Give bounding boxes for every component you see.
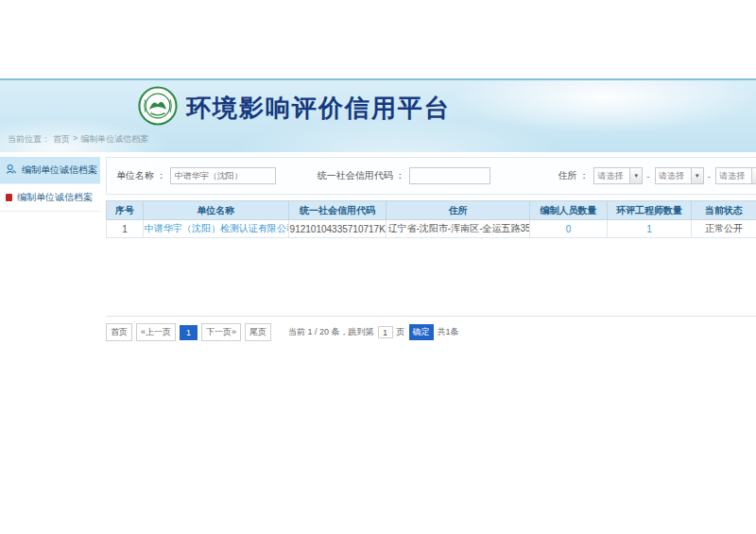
select-separator: -	[708, 171, 711, 181]
breadcrumb-home-link[interactable]: 首页	[53, 133, 70, 146]
top-whitespace	[0, 0, 756, 78]
main-area: 编制单位诚信档案 编制单位诚信档案 单位名称 ： 统一社会信用代码 ： 住所 ：…	[0, 152, 756, 341]
site-banner: 环境影响评价信用平台 当前位置：首页 > 编制单位诚信档案	[0, 78, 756, 152]
current-page-button[interactable]: 1	[180, 325, 198, 340]
page-title: 环境影响评价信用平台	[186, 92, 451, 125]
unit-name-label: 单位名称 ：	[116, 169, 166, 182]
col-header-credit-code: 统一社会信用代码	[288, 201, 387, 220]
chevron-down-icon: ▼	[691, 168, 703, 183]
table-empty-space	[106, 238, 756, 316]
compiler-count-link[interactable]: 0	[566, 224, 572, 234]
col-header-status: 当前状态	[691, 201, 756, 220]
brand-block: 环境影响评价信用平台	[138, 86, 451, 129]
select-value: 请选择	[656, 170, 691, 182]
engineer-count-link[interactable]: 1	[646, 224, 652, 234]
sidebar: 编制单位诚信档案 编制单位诚信档案	[0, 157, 100, 341]
last-page-button[interactable]: 尾页	[245, 323, 271, 341]
search-form: 单位名称 ： 统一社会信用代码 ： 住所 ： 请选择 ▼ - 请选择 ▼ - 请…	[106, 157, 756, 195]
cell-status: 正常公开	[691, 220, 756, 238]
cell-address: 辽宁省-沈阳市-浑南区-全运五路35-1号楼902	[387, 220, 529, 238]
table-header-row: 序号 单位名称 统一社会信用代码 住所 编制人员数量 环评工程师数量 当前状态 …	[107, 201, 756, 220]
content-panel: 单位名称 ： 统一社会信用代码 ： 住所 ： 请选择 ▼ - 请选择 ▼ - 请…	[106, 157, 756, 341]
col-header-unit-name: 单位名称	[143, 201, 288, 220]
unit-name-input[interactable]	[170, 167, 276, 184]
credit-code-input[interactable]	[409, 167, 490, 184]
address-district-select[interactable]: 请选择 ▼	[715, 167, 756, 184]
unit-name-link[interactable]: 中谱华宇（沈阳）检测认证有限公司	[145, 223, 288, 233]
breadcrumb: 当前位置：首页 > 编制单位诚信档案	[8, 133, 148, 146]
jump-confirm-button[interactable]: 确定	[409, 324, 434, 340]
breadcrumb-prefix: 当前位置：	[8, 133, 50, 146]
red-file-icon	[6, 194, 12, 201]
address-city-select[interactable]: 请选择 ▼	[655, 167, 704, 184]
select-value: 请选择	[594, 170, 629, 182]
select-separator: -	[646, 171, 649, 181]
sidebar-item-label: 编制单位诚信档案	[22, 164, 97, 177]
select-value: 请选择	[716, 170, 751, 182]
pagination-info: 当前 1 / 20 条，跳到第	[288, 326, 374, 338]
col-header-seq: 序号	[107, 201, 144, 220]
credit-code-label: 统一社会信用代码 ：	[318, 169, 405, 182]
page-suffix-label: 页	[397, 326, 405, 338]
user-search-icon	[6, 164, 17, 177]
first-page-button[interactable]: 首页	[106, 323, 132, 341]
col-header-engineer-count: 环评工程师数量	[608, 201, 692, 220]
sidebar-item-label: 编制单位诚信档案	[17, 191, 93, 204]
cell-compiler-count: 0	[529, 220, 607, 238]
page-jump-input[interactable]	[378, 326, 393, 338]
prev-page-button[interactable]: «上一页	[136, 323, 176, 341]
cell-unit-name: 中谱华宇（沈阳）检测认证有限公司	[143, 220, 288, 238]
pagination-bar: 首页 «上一页 1 下一页» 尾页 当前 1 / 20 条，跳到第 页 确定 共…	[106, 316, 756, 341]
next-page-button[interactable]: 下一页»	[201, 323, 241, 341]
address-label: 住所 ：	[558, 169, 590, 182]
chevron-down-icon: ▼	[629, 168, 642, 183]
address-province-select[interactable]: 请选择 ▼	[593, 167, 643, 184]
cell-seq: 1	[107, 220, 144, 238]
cell-engineer-count: 1	[608, 220, 692, 238]
results-table: 序号 单位名称 统一社会信用代码 住所 编制人员数量 环评工程师数量 当前状态 …	[106, 200, 756, 238]
breadcrumb-separator: >	[73, 133, 77, 146]
table-row: 1 中谱华宇（沈阳）检测认证有限公司 91210104335710717K 辽宁…	[107, 220, 756, 238]
breadcrumb-current: 编制单位诚信档案	[80, 133, 148, 146]
chevron-down-icon: ▼	[751, 168, 756, 183]
sidebar-item-credit-archive-header[interactable]: 编制单位诚信档案	[0, 157, 100, 184]
mee-emblem-logo-icon	[138, 86, 178, 129]
col-header-address: 住所	[387, 201, 529, 220]
cell-credit-code: 91210104335710717K	[288, 220, 387, 238]
col-header-compiler-count: 编制人员数量	[529, 201, 607, 220]
total-count-label: 共1条	[438, 326, 459, 338]
sidebar-item-credit-archive[interactable]: 编制单位诚信档案	[0, 184, 100, 212]
